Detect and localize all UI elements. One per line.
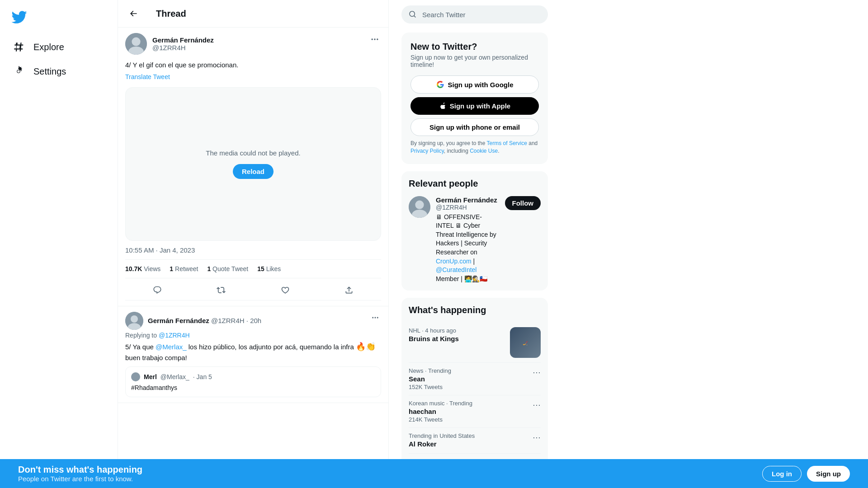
reply-tweet-header: Germán Fernández @1ZRR4H · 20h <box>125 312 381 330</box>
trending-item-1-name: Sean <box>409 375 451 383</box>
terms-text: By signing up, you agree to the Terms of… <box>410 140 539 155</box>
media-error-text: The media could not be played. <box>206 149 300 157</box>
relevant-person-handle: @1ZRR4H <box>436 204 500 211</box>
quoted-display-name: Merl <box>144 373 157 380</box>
follow-button[interactable]: Follow <box>505 196 541 210</box>
reply-user-info: Germán Fernández @1ZRR4H · 20h <box>125 312 261 330</box>
terms-of-service-link[interactable]: Terms of Service <box>487 140 527 146</box>
trending-item-0-thumb: 🏒 <box>510 327 541 358</box>
reply-more-button[interactable] <box>369 312 381 324</box>
share-icon <box>344 286 354 295</box>
likes-count: 15 <box>257 265 264 272</box>
quoted-date: · Jan 5 <box>193 373 212 380</box>
relevant-person-row: Germán Fernández @1ZRR4H 🖥 OFFENSIVE-INT… <box>409 196 541 284</box>
apple-icon <box>439 103 446 110</box>
svg-point-7 <box>415 200 424 209</box>
signup-email-button[interactable]: Sign up with phone or email <box>410 118 539 136</box>
reply-tweet: Germán Fernández @1ZRR4H · 20h Replying … <box>118 306 388 404</box>
translate-link[interactable]: Translate Tweet <box>125 72 381 82</box>
relevant-person-info: Germán Fernández @1ZRR4H 🖥 OFFENSIVE-INT… <box>436 196 500 284</box>
trending-item-2[interactable]: Korean music · Trending haechan 214K Twe… <box>409 395 541 428</box>
trending-item-2-info: Korean music · Trending haechan 214K Twe… <box>409 400 472 423</box>
curatedintel-link[interactable]: @CuratedIntel <box>436 266 476 273</box>
trending-item-2-count: 214K Tweets <box>409 416 472 423</box>
sidebar-item-explore[interactable]: Explore <box>5 36 112 58</box>
replying-to-handle[interactable]: @1ZRR4H <box>159 332 190 339</box>
login-button[interactable]: Log in <box>762 466 802 482</box>
whats-happening-section: What's happening NHL · 4 hours ago Bruin… <box>401 298 548 486</box>
trending-item-1-count: 152K Tweets <box>409 384 451 390</box>
replying-to: Replying to @1ZRR4H <box>125 332 381 339</box>
trending-item-1-more[interactable]: ⋯ <box>533 367 541 377</box>
bottom-bar-text: Don't miss what's happening People on Tw… <box>18 465 142 483</box>
relevant-people-title: Relevant people <box>409 178 541 189</box>
back-arrow-icon <box>129 9 138 18</box>
trending-item-0-name: Bruins at Kings <box>409 335 459 343</box>
twitter-logo[interactable] <box>5 4 112 32</box>
retweets-stat: 1 Retweet <box>170 265 198 272</box>
share-button[interactable] <box>337 282 361 298</box>
avatar <box>125 33 147 55</box>
quote-tweets-stat: 1 Quote Tweet <box>207 265 248 272</box>
reply-more-icon <box>371 314 379 322</box>
sidebar-item-settings[interactable]: Settings <box>5 60 112 83</box>
google-icon <box>436 80 444 89</box>
trending-item-1-meta: News · Trending <box>409 367 451 374</box>
likes-stat: 15 Likes <box>257 265 281 272</box>
trending-item-0[interactable]: NHL · 4 hours ago Bruins at Kings 🏒 <box>409 323 541 363</box>
cronup-link[interactable]: CronUp.com <box>436 258 472 265</box>
privacy-policy-link[interactable]: Privacy Policy <box>410 148 444 154</box>
trending-item-3-more[interactable]: ⋯ <box>533 432 541 442</box>
reply-content: 5/ Ya que @Merlax_ los hizo público, los… <box>125 341 381 363</box>
trending-item-3[interactable]: Trending in United States Al Roker ⋯ <box>409 428 541 454</box>
reply-time: · 20h <box>246 317 261 324</box>
search-icon <box>409 10 417 19</box>
views-stat: 10.7K Views <box>125 265 160 272</box>
twitter-bird-icon <box>11 9 27 25</box>
hashtag-icon <box>13 41 24 53</box>
main-tweet: Germán Fernández @1ZRR4H 4/ Y el gif con… <box>118 28 388 306</box>
page-title: Thread <box>156 9 186 19</box>
bottom-bar-subtext: People on Twitter are the first to know. <box>18 475 142 483</box>
search-input[interactable] <box>422 11 541 19</box>
signup-google-label: Sign up with Google <box>448 81 514 89</box>
trending-item-1[interactable]: News · Trending Sean 152K Tweets ⋯ <box>409 363 541 395</box>
trending-item-2-more[interactable]: ⋯ <box>533 400 541 410</box>
tweet-actions <box>125 280 381 300</box>
quoted-content: #Rhadamanthys <box>131 384 375 391</box>
reply-mention[interactable]: @Merlax_ <box>156 343 187 351</box>
reply-button[interactable] <box>146 282 169 298</box>
likes-label: Likes <box>266 265 281 272</box>
main-content: Thread Germán Fernández @1ZRR4H <box>118 0 389 488</box>
quoted-tweet[interactable]: Merl @Merlax_ · Jan 5 #Rhadamanthys <box>125 366 381 397</box>
relevant-person-bio: 🖥 OFFENSIVE-INTEL 🖥 Cyber Threat Intelli… <box>436 213 500 284</box>
retweet-icon <box>217 286 226 295</box>
cookie-use-link[interactable]: Cookie Use <box>470 148 498 154</box>
back-button[interactable] <box>125 5 142 22</box>
retweets-label: Retweet <box>175 265 198 272</box>
signup-google-button[interactable]: Sign up with Google <box>410 75 539 94</box>
views-label: Views <box>144 265 160 272</box>
more-dots-icon <box>370 35 379 44</box>
tweet-text: 4/ Y el gif con el que se promocionan. <box>125 60 381 70</box>
trending-item-2-meta: Korean music · Trending <box>409 400 472 407</box>
retweets-count: 1 <box>170 265 173 272</box>
trending-item-3-meta: Trending in United States <box>409 432 475 439</box>
reply-user-names: Germán Fernández @1ZRR4H · 20h <box>148 317 261 324</box>
bottom-bar: Don't miss what's happening People on Tw… <box>0 459 868 488</box>
signup-apple-button[interactable]: Sign up with Apple <box>410 97 539 115</box>
like-button[interactable] <box>274 282 297 298</box>
tweet-user: Germán Fernández @1ZRR4H <box>125 33 214 55</box>
signup-bottom-button[interactable]: Sign up <box>807 466 850 482</box>
more-options-button[interactable] <box>368 33 381 46</box>
tweet-timestamp: 10:55 AM · Jan 4, 2023 <box>125 246 381 254</box>
quoted-tweet-header: Merl @Merlax_ · Jan 5 <box>131 372 375 381</box>
tweet-stats: 10.7K Views 1 Retweet 1 Quote Tweet 15 L… <box>125 259 381 278</box>
views-count: 10.7K <box>125 265 142 272</box>
reply-icon <box>153 286 162 295</box>
retweet-button[interactable] <box>209 282 233 298</box>
new-to-twitter-title: New to Twitter? <box>410 42 539 52</box>
reload-button[interactable]: Reload <box>233 164 274 179</box>
tweet-header: Germán Fernández @1ZRR4H <box>125 33 381 55</box>
reply-display-name: Germán Fernández <box>148 317 209 324</box>
